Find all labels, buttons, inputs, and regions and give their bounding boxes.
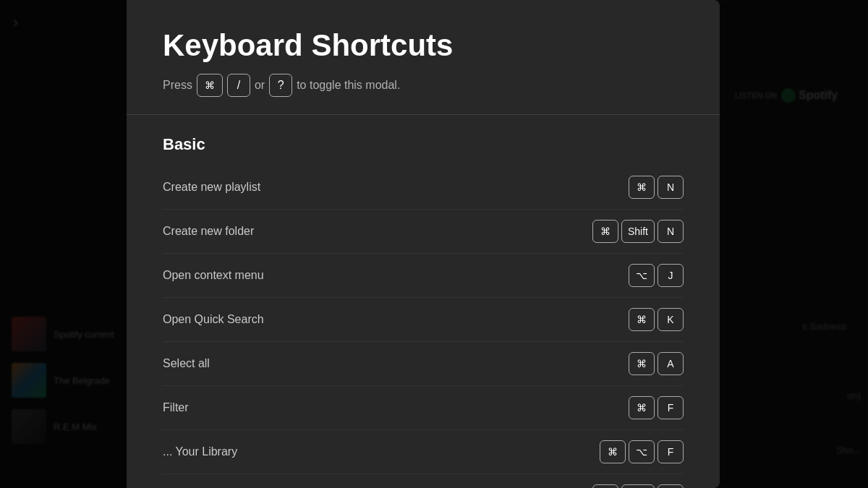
- shortcut-keys-create-playlist: ⌘ N: [629, 176, 684, 199]
- shortcut-keys-context-menu: ⌥ J: [629, 264, 684, 287]
- key-f: F: [658, 440, 684, 463]
- shortcut-keys-select-all: ⌘ A: [629, 352, 684, 375]
- keyboard-shortcuts-modal: Keyboard Shortcuts Press ⌘ / or ? to tog…: [127, 0, 720, 488]
- subtitle-suffix: to toggle this modal.: [297, 79, 400, 92]
- shortcut-keys-your-library: ⌘ ⌥ F: [600, 440, 684, 463]
- shortcut-label-your-library: ... Your Library: [163, 445, 237, 458]
- shortcut-key-question: ?: [269, 74, 292, 97]
- key-alt: ⌥: [629, 440, 655, 463]
- key-cmd: ⌘: [629, 308, 655, 331]
- shortcut-row-f6: ⌥ Shift F6: [163, 474, 684, 488]
- key-alt: ⌥: [592, 484, 618, 488]
- shortcut-label-create-folder: Create new folder: [163, 225, 254, 238]
- key-cmd: ⌘: [592, 220, 618, 243]
- key-f: F: [658, 396, 684, 419]
- modal-body: Basic Create new playlist ⌘ N Create new…: [127, 115, 720, 488]
- key-cmd: ⌘: [629, 396, 655, 419]
- shortcut-label-create-playlist: Create new playlist: [163, 181, 260, 194]
- shortcut-keys-create-folder: ⌘ Shift N: [592, 220, 684, 243]
- key-cmd: ⌘: [629, 176, 655, 199]
- shortcut-key-slash: /: [227, 74, 250, 97]
- key-a: A: [658, 352, 684, 375]
- shortcut-row-quick-search: Open Quick Search ⌘ K: [163, 298, 684, 342]
- shortcut-label-quick-search: Open Quick Search: [163, 313, 264, 326]
- shortcut-row-context-menu: Open context menu ⌥ J: [163, 254, 684, 298]
- modal-title: Keyboard Shortcuts: [163, 29, 684, 62]
- shortcut-row-your-library: ... Your Library ⌘ ⌥ F: [163, 430, 684, 474]
- modal-subtitle: Press ⌘ / or ? to toggle this modal.: [163, 74, 684, 97]
- key-alt: ⌥: [629, 264, 655, 287]
- subtitle-press: Press: [163, 79, 192, 92]
- shortcut-keys-quick-search: ⌘ K: [629, 308, 684, 331]
- shortcut-row-create-playlist: Create new playlist ⌘ N: [163, 166, 684, 210]
- key-shift: Shift: [621, 484, 655, 488]
- key-cmd: ⌘: [629, 352, 655, 375]
- modal-header: Keyboard Shortcuts Press ⌘ / or ? to tog…: [127, 0, 720, 115]
- shortcut-key-cmd-slash: ⌘: [197, 74, 223, 97]
- key-n: N: [658, 176, 684, 199]
- shortcut-row-select-all: Select all ⌘ A: [163, 342, 684, 386]
- shortcut-keys-filter: ⌘ F: [629, 396, 684, 419]
- shortcut-row-create-folder: Create new folder ⌘ Shift N: [163, 210, 684, 254]
- shortcut-label-context-menu: Open context menu: [163, 269, 264, 282]
- key-f6: F6: [658, 484, 684, 488]
- shortcut-label-select-all: Select all: [163, 357, 210, 370]
- subtitle-or: or: [255, 79, 265, 92]
- key-cmd: ⌘: [600, 440, 626, 463]
- key-shift: Shift: [621, 220, 655, 243]
- shortcut-row-filter: Filter ⌘ F: [163, 386, 684, 430]
- section-title-basic: Basic: [163, 115, 684, 166]
- key-j: J: [658, 264, 684, 287]
- key-k: K: [658, 308, 684, 331]
- shortcut-label-filter: Filter: [163, 401, 189, 414]
- shortcut-keys-f6: ⌥ Shift F6: [592, 484, 684, 488]
- key-n: N: [658, 220, 684, 243]
